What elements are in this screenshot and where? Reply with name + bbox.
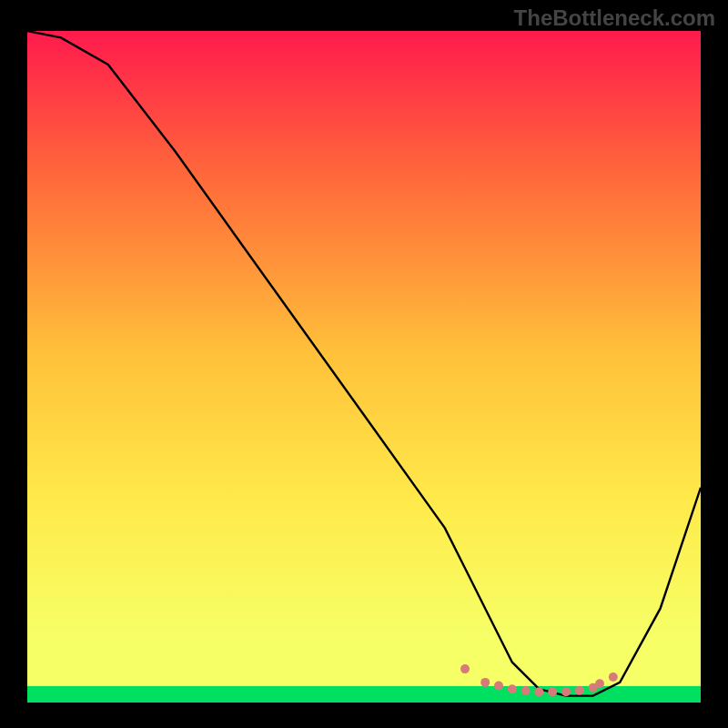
dot xyxy=(575,686,584,695)
dot xyxy=(534,687,543,696)
bottleneck-chart xyxy=(0,0,728,728)
dot xyxy=(595,679,604,688)
dot xyxy=(561,687,571,696)
dot xyxy=(548,687,557,696)
gradient-bg xyxy=(27,31,701,703)
dot xyxy=(521,686,531,695)
dot xyxy=(609,672,618,682)
dot xyxy=(460,664,470,673)
watermark-label: TheBottleneck.com xyxy=(514,5,715,31)
green-band xyxy=(27,686,701,703)
dot xyxy=(494,682,503,691)
dot xyxy=(480,678,490,687)
dot xyxy=(508,684,517,693)
chart-container: TheBottleneck.com xyxy=(0,0,728,728)
plot-area xyxy=(27,31,701,703)
